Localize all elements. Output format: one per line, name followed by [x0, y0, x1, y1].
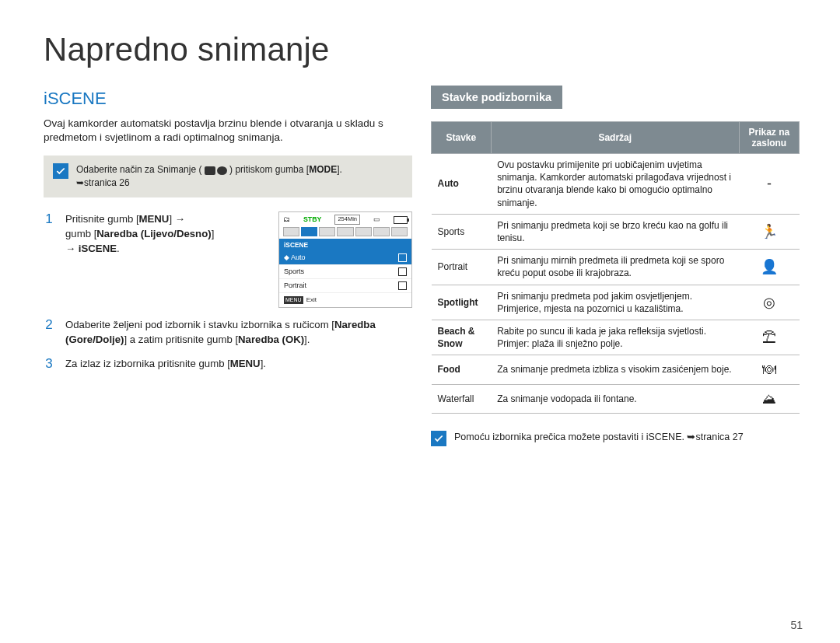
card-icon: 🗂: [283, 215, 290, 225]
video-mode-icon: [205, 166, 215, 175]
inset-item-selected: ◆ Auto: [279, 251, 411, 265]
icon-placeholder: [398, 281, 407, 290]
row-desc: Za snimanje vodopada ili fontane.: [491, 384, 739, 413]
inset-topbar: 🗂 STBY 254Min ▭: [279, 212, 411, 227]
row-key: Portrait: [432, 250, 492, 285]
inset-item: Portrait: [279, 279, 411, 293]
photo-count-icon: ▭: [373, 215, 380, 225]
submenu-heading: Stavke podizbornika: [431, 86, 562, 109]
check-icon: [53, 163, 68, 179]
photo-mode-icon: [217, 166, 227, 175]
row-desc: Pri snimanju mirnih predmeta ili predmet…: [491, 250, 739, 285]
inset-tabs: [279, 227, 411, 239]
step-2-text: Odaberite željeni pod izbornik i stavku …: [65, 317, 412, 347]
checkbox-icon: [398, 253, 407, 262]
row-display-icon: 👤: [739, 250, 799, 285]
inset-item: Sports: [279, 265, 411, 279]
table-row: WaterfallZa snimanje vodopada ili fontan…: [432, 384, 800, 413]
table-row: PortraitPri snimanju mirnih predmeta ili…: [432, 250, 800, 285]
menu-badge: MENU: [284, 296, 303, 304]
row-desc: Ovu postavku primijenite pri uobičajenim…: [491, 154, 739, 215]
page-title: Napredno snimanje: [44, 31, 800, 68]
submenu-table: Stavke Sadržaj Prikaz na zaslonu AutoOvu…: [431, 121, 800, 414]
page-number: 51: [790, 619, 803, 631]
row-key: Spotlight: [432, 285, 492, 320]
inset-tab: [373, 227, 390, 236]
mode-icons: [205, 166, 227, 175]
row-key: Food: [432, 355, 492, 384]
row-key: Sports: [432, 214, 492, 249]
row-display-icon: 🏃: [739, 214, 799, 249]
step-1: 1 🗂 STBY 254Min ▭: [44, 211, 412, 308]
table-row: AutoOvu postavku primijenite pri uobičaj…: [432, 154, 800, 215]
check-icon: [431, 431, 446, 446]
inset-tab: [337, 227, 353, 236]
col-header-item: Stavke: [432, 122, 492, 154]
steps-list: 1 🗂 STBY 254Min ▭: [44, 211, 412, 372]
row-key: Auto: [432, 154, 492, 215]
row-desc: Pri snimanju predmeta koji se brzo kreću…: [491, 214, 739, 249]
page: Napredno snimanje iSCENE Ovaj kamkorder …: [0, 0, 840, 643]
col-header-display: Prikaz na zaslonu: [739, 122, 799, 154]
footnote: Pomoću izbornika prečica možete postavit…: [431, 431, 800, 446]
step-1-text: 🗂 STBY 254Min ▭: [65, 211, 412, 308]
step-2: 2 Odaberite željeni pod izbornik i stavk…: [44, 317, 412, 347]
left-column: iSCENE Ovaj kamkorder automatski postavl…: [44, 84, 412, 446]
inset-tab-active: [301, 227, 317, 236]
note-box: Odaberite način za Snimanje ( ) pritisko…: [44, 156, 412, 197]
note-text: Odaberite način za Snimanje ( ) pritisko…: [76, 163, 342, 190]
row-display-icon: ⛱: [739, 320, 799, 355]
two-column-layout: iSCENE Ovaj kamkorder automatski postavl…: [44, 84, 800, 446]
battery-icon: [394, 216, 408, 224]
row-display-icon: 🍽: [739, 355, 799, 384]
step-number: 3: [44, 356, 54, 372]
table-row: FoodZa snimanje predmeta izbliza s visok…: [432, 355, 800, 384]
row-desc: Rabite po suncu ili kada je jaka refleks…: [491, 320, 739, 355]
step-number: 1: [44, 211, 54, 308]
inset-tab: [319, 227, 335, 236]
inset-tab: [391, 227, 408, 236]
row-desc: Pri snimanju predmeta pod jakim osvjetlj…: [491, 285, 739, 320]
row-display-icon: -: [739, 154, 799, 215]
stby-indicator: STBY: [303, 215, 321, 225]
step-3: 3 Za izlaz iz izbornika pritisnite gumb …: [44, 356, 412, 372]
row-display-icon: ⛰: [739, 384, 799, 413]
inset-exit: MENU Exit: [279, 293, 411, 307]
icon-placeholder: [398, 267, 407, 276]
row-key: Waterfall: [432, 384, 492, 413]
intro-text: Ovaj kamkorder automatski postavlja brzi…: [44, 117, 412, 145]
remaining-time: 254Min: [334, 215, 360, 225]
camera-lcd-inset: 🗂 STBY 254Min ▭: [278, 211, 412, 308]
step-3-text: Za izlaz iz izbornika pritisnite gumb [M…: [65, 356, 412, 372]
step-number: 2: [44, 317, 54, 347]
table-row: Beach & SnowRabite po suncu ili kada je …: [432, 320, 800, 355]
right-column: Stavke podizbornika Stavke Sadržaj Prika…: [431, 84, 800, 446]
section-heading: iSCENE: [44, 89, 412, 109]
inset-tab: [283, 227, 299, 236]
row-key: Beach & Snow: [432, 320, 492, 355]
inset-tab: [355, 227, 372, 236]
row-display-icon: ◎: [739, 285, 799, 320]
table-row: SportsPri snimanju predmeta koji se brzo…: [432, 214, 800, 249]
col-header-content: Sadržaj: [491, 122, 739, 154]
table-row: SpotlightPri snimanju predmeta pod jakim…: [432, 285, 800, 320]
row-desc: Za snimanje predmeta izbliza s visokim z…: [491, 355, 739, 384]
inset-menu-label: iSCENE: [279, 239, 411, 251]
footnote-text: Pomoću izbornika prečica možete postavit…: [454, 431, 744, 442]
